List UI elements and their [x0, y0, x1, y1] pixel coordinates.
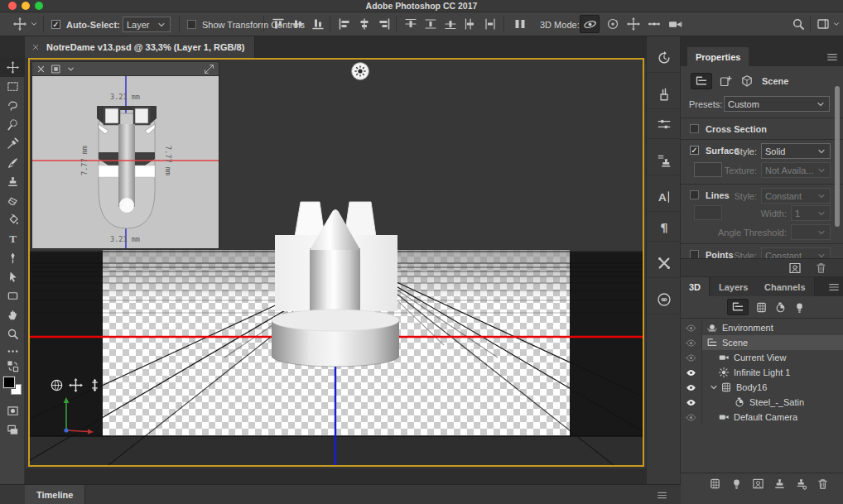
document-tab[interactable]: NotreDame v13.psd @ 33,3% (Layer 1, RGB/…	[25, 36, 255, 58]
lines-color-swatch[interactable]	[694, 205, 722, 220]
eraser-tool[interactable]	[0, 191, 25, 210]
timeline-tab[interactable]: Timeline	[25, 485, 85, 504]
pan-view-control-icon[interactable]	[69, 378, 83, 392]
scene-item-scene[interactable]: Scene	[681, 335, 843, 350]
swap-main-view-icon[interactable]	[204, 64, 214, 74]
clone-source-panel-button[interactable]	[647, 146, 682, 175]
hand-tool[interactable]	[0, 305, 25, 324]
zoom-tool[interactable]	[0, 324, 25, 343]
tab-3d[interactable]: 3D	[681, 277, 709, 296]
auto-select-checkbox[interactable]: ✓	[51, 20, 60, 29]
distribute-top-icon[interactable]	[404, 17, 417, 31]
clone-stamp-tool[interactable]	[0, 172, 25, 191]
foreground-color-swatch[interactable]	[3, 377, 15, 388]
tools-presets-panel-button[interactable]	[647, 248, 682, 278]
scene-item-body16[interactable]: Body16	[681, 380, 843, 395]
align-top-icon[interactable]	[272, 17, 285, 31]
type-tool[interactable]: T	[0, 229, 25, 248]
paragraph-panel-button[interactable]: ¶	[647, 212, 682, 242]
zoom-view-control-icon[interactable]	[88, 378, 102, 392]
visibility-toggle[interactable]	[681, 350, 702, 365]
3d-pan-mode-button[interactable]	[624, 15, 643, 33]
filter-meshes-icon[interactable]	[755, 301, 768, 314]
brushes-panel-button[interactable]	[647, 79, 682, 109]
visibility-toggle[interactable]	[681, 320, 702, 335]
search-icon[interactable]	[792, 17, 805, 31]
marquee-tool[interactable]	[0, 77, 25, 96]
presets-dropdown[interactable]: Custom	[724, 96, 830, 112]
lasso-tool[interactable]	[0, 96, 25, 115]
distribute-spacing-icon[interactable]	[513, 17, 527, 31]
brush-tool[interactable]	[0, 153, 25, 172]
3d-zoom-camera-button[interactable]	[665, 15, 685, 33]
properties-scrollbar[interactable]	[835, 86, 840, 227]
scene-tree-filter-button[interactable]	[691, 73, 712, 89]
add-scene-icon[interactable]	[719, 74, 732, 88]
new-instance-icon[interactable]	[795, 478, 807, 490]
move-tool[interactable]	[0, 58, 25, 77]
view-select-chevron-icon[interactable]	[66, 65, 75, 74]
tab-channels[interactable]: Channels	[756, 277, 815, 296]
distribute-horizontal-icon[interactable]	[484, 17, 497, 31]
scene-item-steel-satin[interactable]: Steel_-_Satin	[681, 395, 843, 410]
collapse-chevron-icon[interactable]	[709, 382, 719, 392]
scene-item-current-view[interactable]: Current View	[681, 350, 843, 365]
delete-icon[interactable]	[817, 478, 829, 490]
pen-tool[interactable]	[0, 248, 25, 267]
auto-select-target-dropdown[interactable]: Layer	[123, 17, 171, 32]
tool-preset-chevron-icon[interactable]	[30, 20, 38, 28]
quick-selection-tool[interactable]	[0, 115, 25, 134]
3d-orbit-mode-button[interactable]	[580, 15, 600, 33]
delete-icon[interactable]	[815, 262, 827, 274]
visibility-toggle[interactable]	[681, 335, 702, 350]
shape-tool[interactable]	[0, 286, 25, 305]
gradient-bucket-tool[interactable]	[0, 210, 25, 229]
visibility-toggle[interactable]	[681, 380, 702, 395]
surface-checkbox[interactable]: ✓	[690, 146, 699, 155]
filter-lights-icon[interactable]	[793, 301, 806, 314]
render-icon[interactable]	[752, 478, 764, 490]
history-panel-button[interactable]	[647, 43, 682, 73]
surface-style-dropdown[interactable]: Solid	[761, 143, 831, 159]
creative-cloud-button[interactable]	[647, 285, 682, 314]
screen-mode-button[interactable]	[0, 420, 25, 439]
visibility-toggle[interactable]	[681, 365, 702, 380]
orbit-view-control-icon[interactable]	[50, 378, 64, 392]
show-transform-checkbox[interactable]	[187, 20, 196, 29]
close-secondary-view-icon[interactable]	[36, 65, 46, 74]
new-item-icon[interactable]	[773, 478, 786, 490]
edit-toolbar-button[interactable]	[0, 343, 25, 358]
timeline-menu-icon[interactable]	[657, 490, 667, 501]
tab-layers[interactable]: Layers	[711, 277, 757, 296]
scene-item-default-camera[interactable]: Default Camera	[681, 410, 843, 425]
close-tab-icon[interactable]	[31, 43, 40, 51]
path-selection-tool[interactable]	[0, 267, 25, 286]
lines-checkbox[interactable]	[690, 190, 699, 199]
distribute-bottom-icon[interactable]	[444, 17, 457, 31]
canvas-viewport[interactable]: 3.21 mm 3.21 mm 7.77 mm 7.77 mm	[28, 58, 644, 467]
quick-mask-button[interactable]	[0, 401, 25, 420]
tab-properties[interactable]: Properties	[687, 47, 749, 66]
distribute-vertical-icon[interactable]	[424, 17, 437, 31]
properties-menu-icon[interactable]	[826, 51, 838, 63]
align-bottom-icon[interactable]	[311, 17, 325, 31]
cross-section-checkbox[interactable]	[690, 124, 699, 133]
align-horizontal-centers-icon[interactable]	[358, 17, 371, 31]
align-left-icon[interactable]	[338, 17, 351, 31]
scene-item-infinite-light[interactable]: Infinite Light 1	[681, 365, 843, 380]
workspace-switcher-icon[interactable]	[817, 17, 830, 31]
render-icon[interactable]	[788, 262, 802, 275]
filter-whole-scene-button[interactable]	[727, 299, 749, 315]
align-vertical-centers-icon[interactable]	[291, 17, 305, 31]
distribute-left-icon[interactable]	[464, 17, 477, 31]
surface-color-swatch[interactable]	[694, 162, 722, 177]
align-right-icon[interactable]	[378, 17, 391, 31]
scene-item-environment[interactable]: Environment	[681, 320, 843, 335]
3d-panel-menu-icon[interactable]	[828, 281, 840, 293]
3d-slide-mode-button[interactable]	[644, 15, 664, 33]
new-mesh-icon[interactable]	[709, 478, 721, 490]
character-panel-button[interactable]: A	[647, 182, 682, 212]
new-light-icon[interactable]	[730, 478, 743, 490]
filter-materials-icon[interactable]	[774, 301, 787, 314]
workspace-chevron-icon[interactable]	[832, 20, 841, 28]
